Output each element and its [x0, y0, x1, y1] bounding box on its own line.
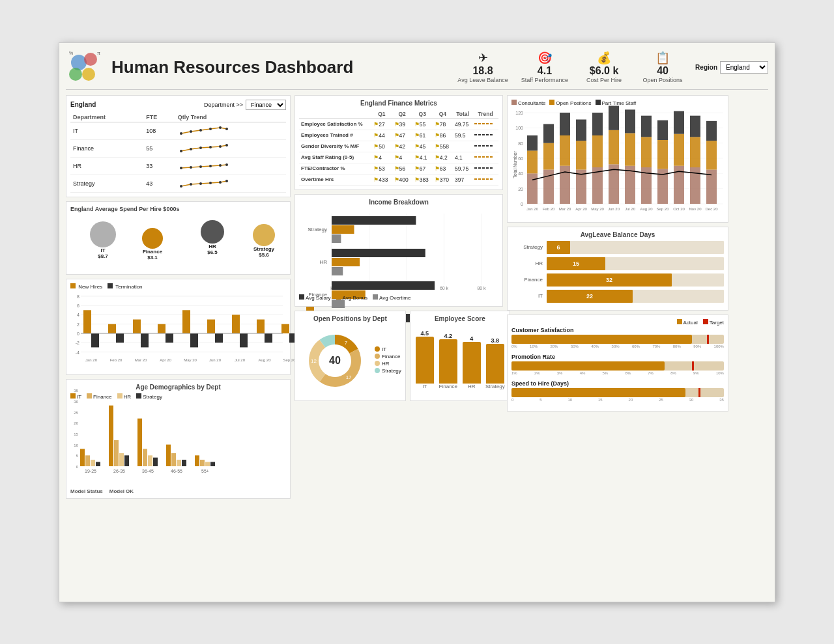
- svg-text:2: 2: [77, 322, 79, 326]
- svg-rect-53: [158, 324, 165, 333]
- svg-rect-171: [543, 124, 554, 143]
- table-row: Finance 55: [70, 139, 286, 157]
- svg-text:π: π: [97, 51, 100, 55]
- q3-cell: ⚑67: [412, 163, 433, 174]
- q3-cell: ⚑4.1: [412, 152, 433, 163]
- col-trend: Trend: [472, 109, 498, 119]
- bullet-row: Promotion Rate 1%2%3%4%5%6%7%8%9%10%: [511, 354, 724, 375]
- q1-cell: ⚑50: [371, 141, 392, 152]
- svg-text:Dec 20: Dec 20: [705, 207, 718, 211]
- region-selector[interactable]: Region England Scotland Wales N. Ireland: [695, 61, 768, 74]
- svg-point-13: [190, 148, 192, 150]
- age-hr-dot: [117, 393, 122, 399]
- age-it-dot: [70, 393, 76, 399]
- employee-score-title: Employee Score: [414, 315, 506, 322]
- svg-rect-48: [116, 333, 124, 343]
- svg-rect-94: [153, 457, 158, 466]
- axis-label: 80%: [673, 344, 681, 348]
- leave-bar-row: HR 15: [511, 257, 724, 270]
- donut-label: Strategy: [382, 368, 401, 374]
- axis-label: 30: [689, 398, 694, 402]
- hires-panel: New Hires Termination -4-202468Jan 20Feb…: [66, 279, 291, 375]
- axis-label: 90%: [693, 344, 701, 348]
- trend-line: [474, 120, 494, 127]
- q2-cell: ⚑56: [392, 163, 412, 174]
- axis-label: 40%: [591, 344, 599, 348]
- spend-title: England Average Spend Per Hire $000s: [70, 206, 286, 212]
- svg-text:36-45: 36-45: [142, 469, 154, 473]
- avg-salary-dot: [299, 294, 304, 300]
- svg-rect-47: [108, 324, 116, 333]
- axis-label: 50%: [612, 344, 620, 348]
- svg-point-22: [219, 164, 222, 167]
- income-legend: Avg Salary Avg Bonus Avg Overtime: [299, 294, 498, 301]
- svg-text:17: 17: [346, 374, 352, 380]
- axis-label: 7%: [648, 371, 654, 375]
- svg-text:Jan
20: Jan 20: [85, 358, 98, 362]
- donut-label: HR: [382, 361, 390, 367]
- flag-icon: ⚑: [414, 121, 420, 128]
- kpi-staff-perf: 🎯 4.1 Staff Performance: [521, 51, 568, 83]
- svg-text:0: 0: [521, 202, 523, 206]
- svg-rect-59: [207, 319, 215, 333]
- score-dept-label: HR: [461, 384, 482, 389]
- bullet-track: [511, 361, 724, 371]
- strategy-bubble-label: Strategy$5.6: [253, 246, 275, 258]
- flag-icon: ⚑: [414, 132, 420, 139]
- svg-text:10: 10: [74, 443, 78, 447]
- kpi-avg-leave-value: 18.8: [457, 65, 508, 77]
- bullet-title: Customer Satisfaction: [511, 327, 724, 333]
- svg-rect-51: [141, 333, 149, 347]
- svg-rect-175: [560, 113, 570, 135]
- bullet-actual: [511, 361, 665, 371]
- svg-text:15: 15: [74, 432, 78, 436]
- svg-point-10: [219, 126, 222, 129]
- flag-icon: ⚑: [394, 132, 399, 139]
- svg-point-16: [219, 145, 222, 148]
- finance-bubble-label: Finance$3.1: [142, 249, 163, 260]
- table-row: Employees Trained # ⚑44 ⚑47 ⚑61 ⚑86 59.5: [299, 130, 498, 141]
- bullet-target: [707, 335, 709, 344]
- region-dropdown[interactable]: England Scotland Wales N. Ireland: [720, 61, 768, 74]
- svg-rect-84: [96, 462, 100, 466]
- score-value: 3.8: [491, 337, 500, 344]
- svg-text:Jun
20: Jun 20: [209, 358, 222, 362]
- svg-rect-60: [215, 333, 223, 343]
- leave-bar-row: Strategy 6: [511, 241, 724, 254]
- bottom-mid-panels: Open Positions by Dept 7171240 ITFinance…: [295, 311, 503, 401]
- score-bar: [416, 337, 434, 384]
- q3-cell: ⚑55: [412, 119, 433, 130]
- svg-text:120: 120: [515, 111, 523, 115]
- kpi-cost-hire-value: $6.0 k: [581, 65, 627, 77]
- avg-leave-title: AvgLeave Balance Days: [511, 231, 724, 238]
- finance-metrics-panel: England Finance Metrics Q1 Q2 Q3 Q4 Tota…: [295, 95, 503, 190]
- svg-rect-132: [332, 225, 354, 234]
- dept-dropdown[interactable]: Finance IT HR Strategy: [246, 100, 286, 110]
- axis-label: 8%: [670, 371, 676, 375]
- hr-bubble: [201, 220, 224, 244]
- donut-dot: [375, 346, 380, 352]
- total-cell: 59.5: [453, 130, 472, 141]
- svg-text:12: 12: [311, 358, 317, 364]
- logo-icon: % π: [66, 49, 105, 85]
- avg-overtime-dot: [373, 294, 378, 300]
- age-demographics-chart: 19-2526-3536-4546-5555+05101520253035: [70, 401, 285, 486]
- svg-rect-101: [195, 455, 199, 466]
- svg-rect-66: [265, 333, 272, 343]
- axis-label: 5%: [603, 371, 609, 375]
- bullet-actual: [511, 388, 685, 397]
- leave-bar: 15: [547, 257, 605, 270]
- svg-text:-2: -2: [76, 341, 79, 345]
- bullet-track: [511, 335, 724, 344]
- stacked-panel: Consultants Open Positions Part Time Sta…: [507, 95, 728, 223]
- donut-legend-item: Finance: [375, 354, 401, 359]
- donut-chart: 7171240: [299, 325, 371, 397]
- svg-text:35: 35: [74, 389, 78, 393]
- axis-label: 1%: [511, 371, 517, 375]
- leave-value: 6: [556, 244, 560, 251]
- score-bar-group: 4.2: [438, 333, 459, 383]
- flag-icon: ⚑: [414, 176, 420, 183]
- target-legend: Target: [703, 319, 724, 326]
- svg-point-27: [209, 182, 212, 184]
- score-bar-group: 4.5: [414, 330, 435, 384]
